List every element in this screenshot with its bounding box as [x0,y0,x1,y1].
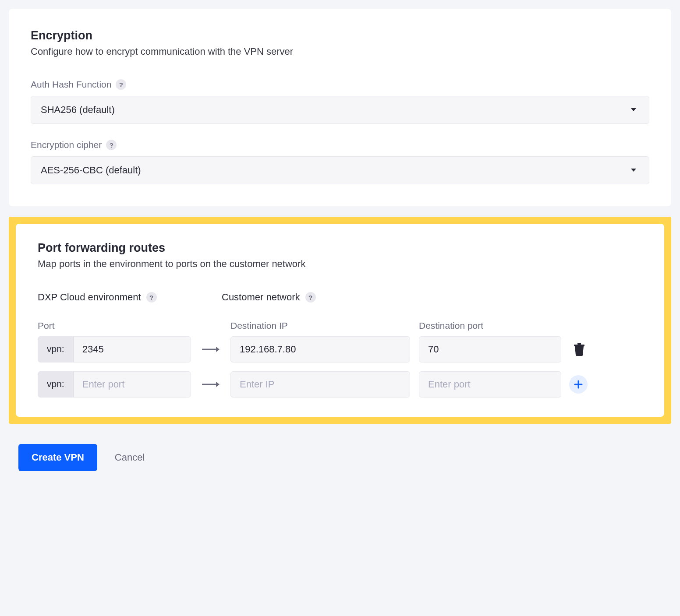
destination-port-input[interactable] [419,371,561,398]
auth-hash-label: Auth Hash Function [31,79,111,90]
port-column-headers: Port Destination IP Destination port [38,320,642,331]
add-row-button[interactable] [569,375,588,394]
port-row: vpn: [38,336,642,363]
port-forwarding-card: Port forwarding routes Map ports in the … [16,224,664,417]
arrow-right-icon [191,381,230,387]
port-forwarding-description: Map ports in the environment to ports on… [38,258,642,270]
help-icon[interactable]: ? [106,140,117,150]
auth-hash-field: Auth Hash Function ? SHA256 (default) [31,79,649,124]
svg-rect-2 [577,343,581,345]
port-prefix: vpn: [38,372,74,397]
net-header-cell: Customer network ? [222,292,401,303]
encryption-title: Encryption [31,29,649,42]
encryption-description: Configure how to encrypt communication w… [31,46,649,57]
cipher-select[interactable]: AES-256-CBC (default) [31,156,649,184]
auth-hash-select-value: SHA256 (default) [41,104,115,115]
col-dest-port-label: Destination port [419,320,561,331]
help-icon[interactable]: ? [305,292,316,303]
cipher-field: Encryption cipher ? AES-256-CBC (default… [31,140,649,184]
env-header-label: DXP Cloud environment [38,292,141,303]
net-header-label: Customer network [222,292,300,303]
destination-port-input[interactable] [419,336,561,363]
port-input-group: vpn: [38,336,191,363]
port-prefix: vpn: [38,337,74,362]
arrow-right-icon [191,346,230,352]
encryption-card: Encryption Configure how to encrypt comm… [9,9,671,206]
port-forwarding-title: Port forwarding routes [38,241,642,255]
port-input[interactable] [74,372,191,397]
destination-ip-input[interactable] [230,371,410,398]
port-forwarding-highlight: Port forwarding routes Map ports in the … [9,217,671,424]
delete-row-button[interactable] [571,340,588,359]
env-header-cell: DXP Cloud environment ? [38,292,191,303]
cipher-label: Encryption cipher [31,140,102,150]
create-vpn-button[interactable]: Create VPN [18,444,97,471]
cipher-label-row: Encryption cipher ? [31,140,649,150]
auth-hash-select[interactable]: SHA256 (default) [31,96,649,124]
auth-hash-label-row: Auth Hash Function ? [31,79,649,90]
col-dest-ip-label: Destination IP [230,320,410,331]
svg-rect-1 [574,345,584,346]
help-icon[interactable]: ? [146,292,157,303]
trash-icon [574,343,585,356]
help-icon[interactable]: ? [116,79,126,90]
plus-icon [574,380,583,389]
chevron-down-icon [630,168,637,172]
form-actions: Create VPN Cancel [9,444,671,471]
port-row: vpn: [38,371,642,398]
port-input[interactable] [74,337,191,362]
col-port-label: Port [38,320,191,331]
port-input-group: vpn: [38,371,191,398]
cancel-button[interactable]: Cancel [115,452,145,463]
chevron-down-icon [630,108,637,112]
cipher-select-value: AES-256-CBC (default) [41,165,141,176]
port-section-headers: DXP Cloud environment ? Customer network… [38,292,642,303]
destination-ip-input[interactable] [230,336,410,363]
